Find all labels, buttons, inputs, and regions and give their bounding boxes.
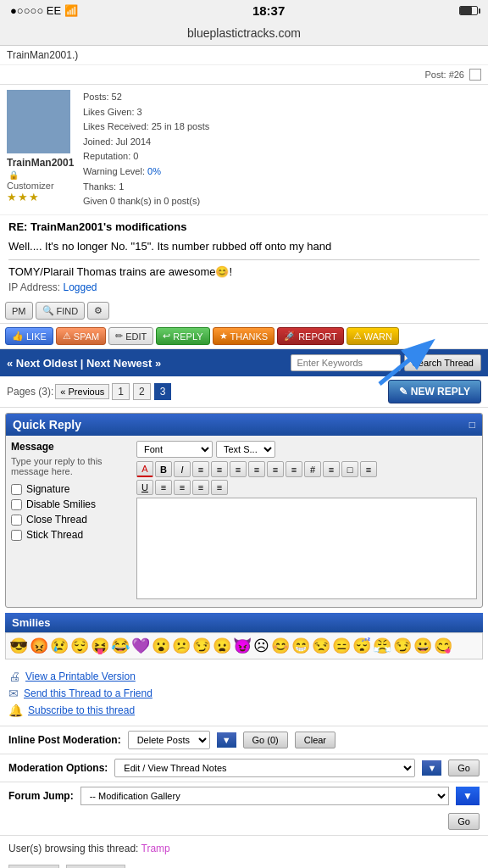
post-box-icon — [469, 69, 481, 81]
list-button[interactable]: ≡ — [192, 461, 209, 477]
subscribe-link[interactable]: Subscribe to this thread — [28, 704, 135, 716]
smiley-21[interactable]: 😀 — [413, 637, 432, 655]
smiley-9[interactable]: 😕 — [172, 637, 191, 655]
smilies-header: Smilies — [5, 613, 483, 632]
mod-options-go-button[interactable]: Go — [448, 760, 480, 776]
image-button[interactable]: ≡ — [286, 461, 302, 477]
close-thread-checkbox[interactable] — [11, 515, 22, 526]
smiley-2[interactable]: 😡 — [30, 637, 48, 655]
ip-link[interactable]: Logged — [64, 281, 97, 293]
smiley-1[interactable]: 😎 — [9, 637, 28, 655]
reply-icon: ↩ — [163, 331, 170, 342]
smiley-16[interactable]: 😒 — [312, 637, 330, 655]
bold-button[interactable]: B — [155, 461, 172, 477]
smilies-grid: 😎 😡 😢 😌 😝 😂 💜 😮 😕 😏 😦 😈 ☹ 😊 😁 😒 😑 😴 😤 😏 … — [5, 632, 483, 659]
smiley-5[interactable]: 😝 — [91, 637, 109, 655]
hr-button[interactable]: ≡ — [211, 480, 228, 495]
font-color-button[interactable]: A — [136, 461, 153, 477]
forum-jump-select[interactable]: -- Modification Gallery — [80, 787, 449, 805]
signature-checkbox[interactable] — [11, 484, 22, 495]
inline-mod-dropdown-arrow[interactable]: ▼ — [217, 732, 236, 748]
smiley-22[interactable]: 😋 — [434, 637, 452, 655]
smiley-8[interactable]: 😮 — [152, 637, 170, 655]
inline-mod-select[interactable]: Delete Posts — [128, 731, 210, 749]
inline-mod-clear-button[interactable]: Clear — [295, 732, 336, 748]
indent-button[interactable]: ≡ — [174, 480, 191, 495]
moderation-options-row: Moderation Options: Edit / View Thread N… — [0, 754, 488, 782]
smiley-3[interactable]: 😢 — [50, 637, 69, 655]
thanks-button[interactable]: ★ THANKS — [213, 327, 275, 345]
subscribe-icon: 🔔 — [8, 704, 23, 717]
code-button[interactable]: # — [304, 461, 321, 477]
status-right — [459, 6, 478, 15]
collapse-icon[interactable]: □ — [469, 419, 475, 431]
report-button[interactable]: 🚀 REPORT — [277, 327, 344, 345]
signature-label: Signature — [26, 483, 69, 495]
stick-thread-row: Stick Thread — [11, 529, 130, 541]
page-3-link[interactable]: 3 — [154, 383, 172, 400]
smiley-14[interactable]: 😊 — [271, 637, 290, 655]
outdent-button[interactable]: ≡ — [192, 480, 209, 495]
smiley-11[interactable]: 😦 — [213, 637, 231, 655]
send-thread-link[interactable]: Send this Thread to a Friend — [24, 687, 152, 699]
like-button[interactable]: 👍 LIKE — [5, 327, 53, 345]
stick-thread-checkbox[interactable] — [11, 530, 22, 541]
smiley-7[interactable]: 💜 — [131, 637, 150, 655]
link-button[interactable]: ≡ — [267, 461, 284, 477]
disable-smilies-checkbox[interactable] — [11, 499, 22, 510]
warning-level: Warning Level: 0% — [83, 164, 209, 180]
smiley-15[interactable]: 😁 — [291, 637, 310, 655]
mod-options-dropdown-arrow[interactable]: ▼ — [422, 760, 441, 776]
quote-button[interactable]: ≡ — [323, 461, 340, 477]
url-display: blueplastictracks.com — [187, 26, 301, 40]
next-oldest-link[interactable]: « Next Oldest — [7, 357, 77, 370]
forum-jump-go-row: Go — [0, 810, 488, 835]
page-1-link[interactable]: 1 — [112, 383, 130, 400]
smiley-4[interactable]: 😌 — [70, 637, 89, 655]
printable-version-row: 🖨 View a Printable Version — [8, 670, 480, 683]
mod-options-select[interactable]: Edit / View Thread Notes — [114, 759, 415, 777]
signature-checkbox-row: Signature — [11, 483, 130, 495]
media-button[interactable]: □ — [341, 461, 358, 477]
reply-button[interactable]: ↩ REPLY — [156, 327, 209, 345]
smiley-13[interactable]: ☹ — [253, 637, 269, 655]
more-button[interactable]: ≡ — [360, 461, 377, 477]
edit-button[interactable]: ✏ EDIT — [108, 327, 153, 345]
smiley-6[interactable]: 😂 — [111, 637, 130, 655]
align-center-button[interactable]: ≡ — [230, 461, 247, 477]
align-right-button[interactable]: ≡ — [248, 461, 265, 477]
find-button[interactable]: 🔍 FIND — [36, 302, 86, 320]
extra-button[interactable]: ⚙ — [87, 302, 109, 320]
close-thread-label: Close Thread — [26, 514, 87, 526]
smiley-18[interactable]: 😴 — [352, 637, 371, 655]
page-2-link[interactable]: 2 — [133, 383, 151, 400]
justify-button[interactable]: ≡ — [155, 480, 172, 495]
reply-textarea[interactable] — [136, 498, 477, 599]
smiley-10[interactable]: 😏 — [192, 637, 211, 655]
quick-reply-right: Font Text S... A B I ≡ ≡ ≡ ≡ ≡ ≡ # — [136, 441, 477, 602]
report-icon: 🚀 — [284, 331, 296, 342]
smiley-19[interactable]: 😤 — [373, 637, 391, 655]
forum-jump-arrow-button[interactable]: ▼ — [456, 787, 480, 805]
forum-jump-go-button[interactable]: Go — [448, 813, 480, 830]
prev-page-button[interactable]: « Previous — [55, 384, 109, 399]
spam-button[interactable]: ⚠ SPAM — [56, 327, 106, 345]
align-left-button[interactable]: ≡ — [211, 461, 228, 477]
smiley-17[interactable]: 😑 — [332, 637, 351, 655]
inline-mod-go-button[interactable]: Go (0) — [243, 732, 288, 748]
smiley-12[interactable]: 😈 — [233, 637, 252, 655]
next-newest-link[interactable]: Next Newest » — [86, 357, 161, 370]
font-select[interactable]: Font — [136, 441, 213, 458]
post-number-row: Post: #26 — [0, 65, 488, 85]
warn-icon: ⚠ — [353, 331, 362, 342]
user-role: Customizer — [7, 181, 75, 191]
printable-version-link[interactable]: View a Printable Version — [25, 670, 136, 682]
user-stars: ★★★ — [7, 191, 75, 203]
underline-button[interactable]: U — [136, 480, 153, 495]
pm-button[interactable]: PM — [5, 302, 33, 320]
smiley-20[interactable]: 😏 — [393, 637, 412, 655]
quick-reply-header: Quick Reply □ — [6, 414, 482, 436]
size-select[interactable]: Text S... — [216, 441, 275, 458]
post-separator — [8, 259, 480, 260]
italic-button[interactable]: I — [174, 461, 191, 477]
